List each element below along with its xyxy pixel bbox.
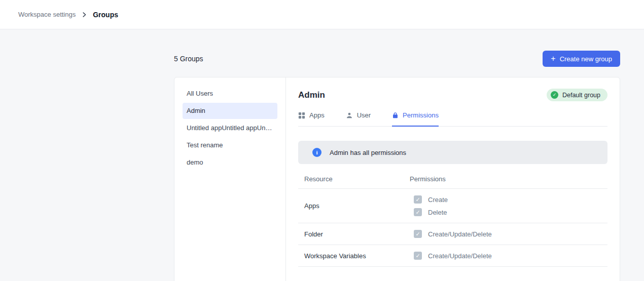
workspace-vars-cud-checkbox: ✓ [414, 252, 422, 260]
group-item-all-users[interactable]: All Users [183, 86, 277, 102]
groups-card: All Users Admin Untitled appUntitled app… [174, 77, 620, 281]
permissions-cell: ✓ Create/Update/Delete [410, 223, 607, 245]
group-title: Admin [298, 90, 325, 100]
create-checkbox: ✓ [414, 195, 422, 204]
table-row-apps: Apps ✓ Create ✓ Delete [298, 189, 607, 223]
folder-cud-checkbox: ✓ [414, 230, 422, 238]
resource-column-header: Resource [298, 175, 410, 183]
permission-delete: ✓ Delete [410, 208, 607, 216]
groups-count-label: 5 Groups [174, 55, 203, 63]
group-item-untitled-app[interactable]: Untitled appUntitled appUntitle… [183, 120, 277, 136]
tab-apps[interactable]: Apps [298, 111, 325, 127]
group-detail-panel: Admin ✓ Default group Apps User [286, 77, 620, 281]
delete-checkbox: ✓ [414, 208, 422, 216]
tab-user-label: User [357, 111, 371, 119]
grid-icon [298, 112, 305, 119]
user-icon [346, 112, 353, 119]
lock-icon [392, 112, 399, 118]
resource-label: Apps [298, 202, 410, 210]
admin-permissions-banner: i Admin has all permissions [298, 141, 607, 164]
group-list: All Users Admin Untitled appUntitled app… [174, 77, 286, 281]
tab-user[interactable]: User [346, 111, 371, 127]
chevron-right-icon [81, 11, 88, 18]
create-new-group-label: Create new group [560, 55, 612, 63]
permissions-column-header: Permissions [410, 175, 607, 183]
group-item-admin[interactable]: Admin [183, 103, 277, 119]
table-row-folder: Folder ✓ Create/Update/Delete [298, 223, 607, 245]
check-circle-icon: ✓ [551, 91, 558, 99]
table-header-row: Resource Permissions [298, 167, 607, 189]
table-row-workspace-variables: Workspace Variables ✓ Create/Update/Dele… [298, 245, 607, 267]
create-new-group-button[interactable]: + Create new group [543, 51, 620, 67]
create-checkbox-label: Create [428, 196, 448, 204]
groups-page: 5 Groups + Create new group All Users Ad… [174, 51, 620, 281]
default-group-badge-label: Default group [562, 92, 600, 99]
permission-workspace-vars-cud: ✓ Create/Update/Delete [410, 252, 607, 260]
permissions-cell: ✓ Create/Update/Delete [410, 245, 607, 266]
info-icon: i [312, 148, 321, 157]
group-tabs: Apps User Permissions [298, 111, 607, 127]
delete-checkbox-label: Delete [428, 209, 447, 216]
resource-label: Folder [298, 230, 410, 238]
group-item-test-rename[interactable]: Test rename [183, 137, 277, 153]
workspace-vars-cud-checkbox-label: Create/Update/Delete [428, 252, 492, 260]
tab-apps-label: Apps [309, 111, 325, 119]
permissions-table: Resource Permissions Apps ✓ Create ✓ Del… [298, 167, 607, 267]
breadcrumb-current-groups: Groups [93, 11, 118, 19]
tab-permissions-label: Permissions [403, 111, 439, 119]
group-item-demo[interactable]: demo [183, 154, 277, 171]
default-group-badge: ✓ Default group [547, 89, 607, 101]
tab-permissions[interactable]: Permissions [392, 111, 439, 127]
breadcrumb-workspace-settings[interactable]: Workspace settings [18, 11, 76, 18]
plus-icon: + [551, 55, 555, 63]
resource-label: Workspace Variables [298, 252, 410, 260]
panel-header: Admin ✓ Default group [298, 89, 607, 101]
top-header: Workspace settings Groups [0, 0, 644, 29]
banner-text: Admin has all permissions [330, 149, 406, 156]
permission-folder-cud: ✓ Create/Update/Delete [410, 230, 607, 238]
permissions-cell: ✓ Create ✓ Delete [410, 189, 607, 223]
permission-create: ✓ Create [410, 195, 607, 204]
folder-cud-checkbox-label: Create/Update/Delete [428, 230, 492, 238]
groups-toolbar: 5 Groups + Create new group [174, 51, 620, 67]
